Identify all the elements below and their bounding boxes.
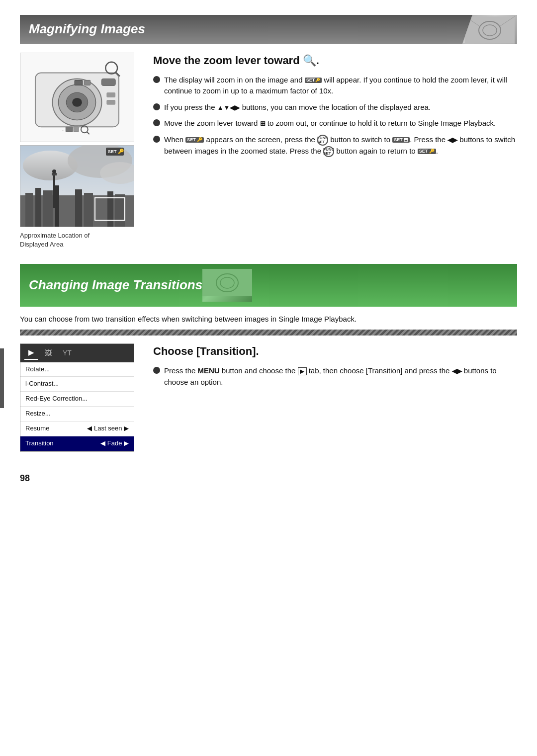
bullet-dot-3	[153, 119, 160, 126]
menu-item-rotate: Rotate...	[20, 362, 134, 377]
caption: Approximate Location of Displayed Area	[20, 231, 139, 249]
section2-title: Changing Image Transitions	[29, 276, 202, 295]
svg-rect-35	[107, 191, 113, 227]
svg-text:·: ·	[62, 127, 64, 133]
svg-rect-36	[115, 194, 125, 227]
bullet-2: If you press the ▲▼◀▶ buttons, you can m…	[153, 102, 517, 113]
menu-item-redeye: Red-Eye Correction...	[20, 392, 134, 407]
svg-rect-34	[95, 195, 106, 227]
set-badge-2: SET 🔑	[185, 137, 204, 143]
svg-rect-27	[25, 193, 33, 227]
diagonal-bar	[20, 330, 517, 336]
play-tab-icon: ▶	[298, 367, 307, 375]
choose-bullet-dot	[153, 367, 160, 374]
menu-item-resume: Resume ◀ Last seen ▶	[20, 421, 134, 436]
bullet-list: The display will zoom in on the image an…	[153, 75, 517, 157]
zoom-icon: 🔍	[303, 54, 316, 67]
set-plus-badge: SET ⬒	[392, 137, 410, 143]
city-photo: SET 🔑	[20, 145, 134, 227]
arrow-symbol-1: ▲▼◀▶	[217, 104, 240, 111]
svg-rect-18	[66, 127, 73, 132]
svg-rect-28	[35, 188, 41, 227]
svg-text:🔑: 🔑	[118, 148, 124, 155]
bullet-1: The display will zoom in on the image an…	[153, 75, 517, 97]
svg-rect-29	[43, 190, 53, 227]
svg-rect-31	[60, 198, 73, 227]
menu-tab-settings: YT	[59, 347, 76, 359]
choose-heading: Choose [Transition].	[153, 343, 517, 359]
page-number: 98	[20, 472, 517, 485]
menu-item-resize: Resize...	[20, 407, 134, 421]
svg-rect-11	[106, 92, 115, 97]
section2-left: ▶ 🖼 YT Rotate... i-Contrast... Red-Eye C…	[20, 343, 139, 451]
sidebar-accent	[0, 348, 4, 408]
section1-left: ·	[20, 53, 139, 249]
zoom-heading: Move the zoom lever toward 🔍.	[153, 53, 517, 69]
bullet-dot-4	[153, 136, 160, 143]
menu-tab-play: ▶	[24, 346, 38, 359]
svg-point-40	[52, 169, 56, 173]
section2-header: Changing Image Transitions	[20, 264, 517, 307]
svg-rect-10	[101, 79, 115, 85]
svg-rect-38	[53, 173, 55, 208]
svg-rect-37	[126, 198, 134, 227]
svg-line-21	[87, 132, 90, 134]
svg-rect-15	[75, 80, 83, 85]
section1-header: Magnifying Images	[20, 15, 517, 44]
svg-point-13	[105, 62, 117, 74]
section1-right: Move the zoom lever toward 🔍. The displa…	[153, 53, 517, 249]
menu-item-icontrast: i-Contrast...	[20, 377, 134, 392]
bullet-dot-2	[153, 103, 160, 110]
bullet-4: When SET 🔑 appears on the screen, press …	[153, 134, 517, 157]
svg-rect-33	[84, 193, 93, 227]
menu-item-resume-value: ◀ Last seen ▶	[87, 424, 129, 433]
zoom-out-icon: ⊞	[260, 120, 266, 127]
bullet-dot	[153, 76, 160, 83]
svg-text:SET: SET	[108, 149, 117, 154]
func-button-2: FUNCSET	[323, 146, 334, 157]
svg-rect-19	[74, 127, 79, 132]
menu-screenshot: ▶ 🖼 YT Rotate... i-Contrast... Red-Eye C…	[20, 343, 134, 451]
set-badge-3: SET 🔑	[418, 149, 436, 154]
svg-rect-12	[106, 100, 115, 105]
section2-right: Choose [Transition]. Press the MENU butt…	[153, 343, 517, 451]
section2-body: ▶ 🖼 YT Rotate... i-Contrast... Red-Eye C…	[20, 343, 517, 451]
section1-title: Magnifying Images	[29, 20, 145, 39]
svg-rect-30	[55, 185, 59, 227]
section2-intro: You can choose from two transition effec…	[20, 314, 517, 325]
menu-bold: MENU	[198, 366, 220, 375]
svg-point-9	[72, 98, 82, 107]
arrow-symbol-3: ◀▶	[452, 367, 462, 375]
arrow-symbol-2: ◀▶	[448, 136, 457, 144]
bullet-3: Move the zoom lever toward ⊞ to zoom out…	[153, 118, 517, 129]
menu-item-transition: Transition ◀ Fade ▶	[20, 436, 134, 451]
menu-tab-img: 🖼	[41, 347, 56, 359]
set-badge-1: SET 🔑	[305, 78, 322, 83]
camera-diagram: ·	[20, 53, 134, 142]
svg-rect-32	[75, 189, 82, 227]
func-button-1: FUNCSET	[317, 135, 328, 146]
choose-bullet-list: Press the MENU button and choose the ▶ t…	[153, 365, 517, 388]
choose-bullet-item: Press the MENU button and choose the ▶ t…	[153, 365, 517, 388]
menu-top-bar: ▶ 🖼 YT	[20, 344, 134, 362]
svg-rect-16	[85, 80, 90, 85]
menu-item-transition-value: ◀ Fade ▶	[100, 439, 129, 448]
